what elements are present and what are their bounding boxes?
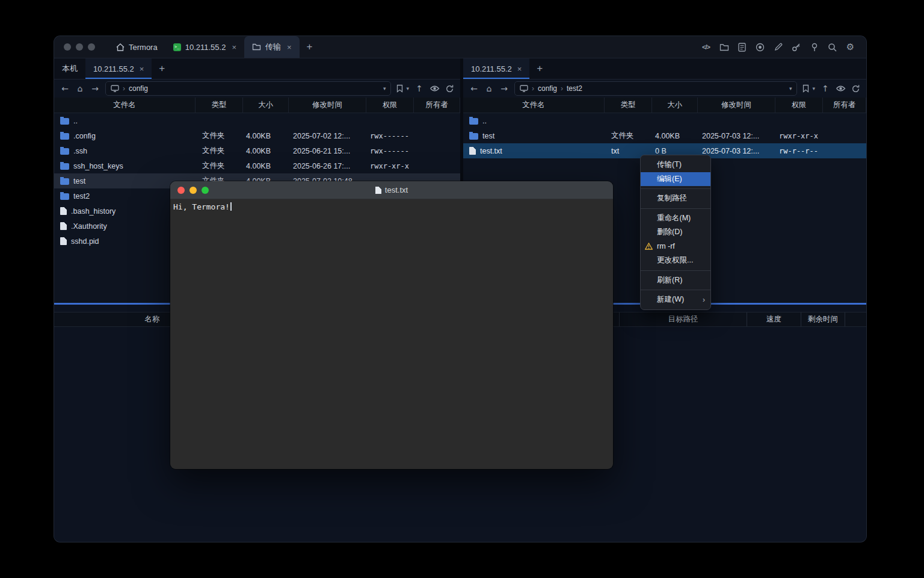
show-hidden-icon[interactable]	[430, 84, 440, 93]
forward-icon[interactable]: →	[90, 84, 100, 93]
editor-content[interactable]: Hi, Termora!	[170, 199, 613, 469]
bookmark-icon[interactable]	[802, 84, 809, 93]
minimize-button[interactable]	[189, 187, 197, 194]
column-header-owner[interactable]: 所有者	[414, 98, 460, 113]
breadcrumb-segment[interactable]: config	[129, 84, 148, 93]
upload-icon[interactable]: ↑	[414, 84, 424, 93]
transfer-column-destination[interactable]: 目标路径	[620, 312, 747, 326]
menu-item-transfer[interactable]: 传输(T)	[641, 158, 710, 172]
settings-icon[interactable]: ⚙	[845, 42, 855, 52]
window-titlebar[interactable]: Termora >_ 10.211.55.2 × 传输 × + </>	[54, 36, 866, 58]
column-header-permissions[interactable]: 权限	[775, 98, 823, 113]
tab-termora-home[interactable]: Termora	[108, 36, 165, 58]
menu-separator	[641, 270, 710, 271]
back-icon[interactable]: ←	[60, 84, 70, 93]
bookmark-icon[interactable]	[396, 84, 403, 93]
table-header: 文件名 类型 大小 修改时间 权限 所有者	[54, 98, 460, 113]
file-modified: 2025-06-21 15:...	[289, 147, 366, 155]
menu-item-rename[interactable]: 重命名(M)	[641, 211, 710, 226]
menu-item-rm-rf[interactable]: rm -rf	[641, 240, 710, 254]
key-icon[interactable]	[791, 42, 801, 52]
transfer-column-eta[interactable]: 剩余时间	[801, 312, 845, 326]
traffic-lights	[54, 36, 108, 58]
home-icon[interactable]: ⌂	[484, 84, 494, 93]
column-header-modified[interactable]: 修改时间	[698, 98, 775, 113]
file-row[interactable]: ..	[463, 113, 866, 128]
column-header-modified[interactable]: 修改时间	[289, 98, 366, 113]
path-breadcrumb[interactable]: › config › test2 ▾	[514, 81, 797, 96]
minimize-button[interactable]	[76, 43, 83, 51]
path-breadcrumb[interactable]: › config ▾	[105, 81, 391, 96]
menu-item-edit[interactable]: 编辑(E)	[641, 172, 710, 187]
close-icon[interactable]: ×	[232, 43, 236, 52]
context-menu: 传输(T) 编辑(E) 复制路径 重命名(M) 删除(D) rm -rf 更改权…	[640, 155, 711, 310]
search-icon[interactable]	[827, 42, 837, 52]
forward-icon[interactable]: →	[499, 84, 509, 93]
home-icon[interactable]: ⌂	[75, 84, 85, 93]
back-icon[interactable]: ←	[469, 84, 479, 93]
file-size: 4.00KB	[652, 132, 698, 140]
file-icon	[469, 147, 476, 155]
new-pane-tab-button[interactable]: +	[529, 58, 550, 79]
new-tab-button[interactable]: +	[300, 36, 320, 58]
chevron-down-icon[interactable]: ▾	[383, 85, 386, 92]
file-name: .config	[73, 132, 96, 140]
file-row[interactable]: .ssh 文件夹 4.00KB 2025-06-21 15:... rwx---…	[54, 143, 460, 158]
menu-item-change-permissions[interactable]: 更改权限...	[641, 253, 710, 268]
close-icon[interactable]: ×	[140, 64, 144, 73]
folder-icon	[252, 43, 261, 51]
close-icon[interactable]: ×	[517, 64, 522, 73]
pane-tab-host[interactable]: 10.211.55.2 ×	[85, 58, 152, 79]
menu-item-new[interactable]: 新建(W) ›	[641, 293, 710, 307]
file-type: 文件夹	[196, 131, 243, 141]
file-row[interactable]: ..	[54, 113, 460, 128]
transfer-column-speed[interactable]: 速度	[747, 312, 801, 326]
menu-item-copy-path[interactable]: 复制路径	[641, 191, 710, 206]
column-header-size[interactable]: 大小	[243, 98, 289, 113]
edit-icon[interactable]	[773, 42, 783, 52]
column-header-permissions[interactable]: 权限	[366, 98, 414, 113]
folder-icon[interactable]	[719, 42, 729, 52]
show-hidden-icon[interactable]	[836, 84, 846, 93]
log-icon[interactable]	[737, 42, 747, 52]
column-header-type[interactable]: 类型	[605, 98, 652, 113]
zoom-button[interactable]	[88, 43, 95, 51]
code-icon[interactable]: </>	[701, 42, 711, 52]
breadcrumb-segment[interactable]: config	[538, 84, 557, 93]
breadcrumb-segment[interactable]: test2	[567, 84, 582, 93]
tab-label: 10.211.55.2	[93, 64, 134, 73]
tab-host-session[interactable]: >_ 10.211.55.2 ×	[165, 36, 244, 58]
column-header-size[interactable]: 大小	[652, 98, 698, 113]
record-icon[interactable]	[755, 42, 765, 52]
file-row[interactable]: test 文件夹 4.00KB 2025-07-03 12:... rwxr-x…	[463, 128, 866, 143]
file-row[interactable]: ssh_host_keys 文件夹 4.00KB 2025-06-26 17:.…	[54, 158, 460, 173]
bookmark-dropdown-icon[interactable]: ▾	[812, 85, 815, 92]
folder-icon	[60, 118, 69, 125]
column-header-name[interactable]: 文件名	[463, 98, 605, 113]
bookmark-dropdown-icon[interactable]: ▾	[406, 85, 409, 92]
tab-transfer[interactable]: 传输 ×	[244, 36, 300, 58]
refresh-icon[interactable]	[851, 84, 860, 93]
upload-icon[interactable]: ↑	[821, 84, 830, 93]
close-button[interactable]	[177, 187, 185, 194]
zoom-button[interactable]	[202, 187, 209, 194]
pane-tab-local[interactable]: 本机	[54, 58, 85, 79]
close-icon[interactable]: ×	[287, 43, 292, 52]
editor-titlebar[interactable]: test.txt	[170, 181, 613, 199]
column-header-owner[interactable]: 所有者	[823, 98, 866, 113]
file-name: test2	[73, 192, 90, 200]
refresh-icon[interactable]	[445, 84, 454, 93]
column-header-name[interactable]: 文件名	[54, 98, 196, 113]
pane-tab-host[interactable]: 10.211.55.2 ×	[463, 58, 529, 79]
menu-item-label: rm -rf	[657, 242, 675, 250]
editor-traffic-lights	[170, 187, 209, 194]
file-row[interactable]: .config 文件夹 4.00KB 2025-07-02 12:... rwx…	[54, 128, 460, 143]
new-pane-tab-button[interactable]: +	[152, 58, 172, 79]
keyhole-icon[interactable]	[809, 42, 819, 52]
column-header-type[interactable]: 类型	[196, 98, 243, 113]
menu-item-delete[interactable]: 删除(D)	[641, 225, 710, 240]
folder-icon	[469, 118, 478, 125]
menu-item-refresh[interactable]: 刷新(R)	[641, 273, 710, 288]
chevron-down-icon[interactable]: ▾	[789, 85, 792, 92]
close-button[interactable]	[64, 43, 71, 51]
